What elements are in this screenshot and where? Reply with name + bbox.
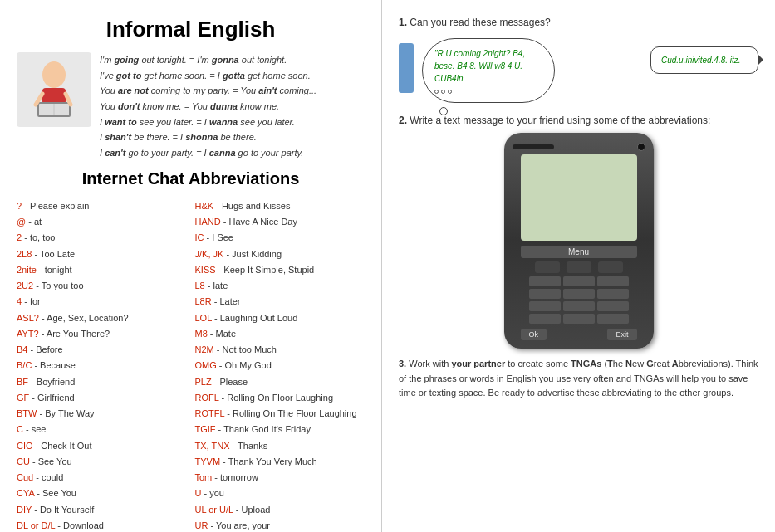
- abbr-item: ROFL - Rolling On Floor Laughing: [195, 390, 365, 406]
- phone-key-hash[interactable]: [597, 314, 629, 324]
- q2-text: Write a text message to your friend usin…: [410, 115, 710, 126]
- abbr-item: AYT? - Are You There?: [17, 326, 187, 342]
- phone-ok-button[interactable]: Ok: [521, 329, 547, 340]
- abbr-item: B/C - Because: [17, 358, 187, 373]
- abbr-item: Cud - could: [17, 470, 187, 486]
- abbr-item: B4 - Before: [17, 342, 187, 358]
- abbr-item: LOL - Laughing Out Loud: [195, 310, 365, 326]
- abbr-item: C - see: [17, 422, 187, 437]
- phone-nav-right[interactable]: [598, 261, 623, 273]
- svg-point-0: [42, 61, 66, 88]
- abbr-item: 2U2 - To you too: [17, 278, 187, 294]
- right-panel: 1. Can you read these messages? "R U com…: [382, 0, 775, 532]
- phone-key-7[interactable]: [529, 301, 561, 311]
- abbr-item: 4 - for: [17, 294, 187, 310]
- left-panel: Informal English I'm going out tonight. …: [0, 0, 382, 532]
- abbr-item: N2M - Not too Much: [195, 342, 365, 358]
- abbr-item: BF - Boyfriend: [17, 374, 187, 390]
- abbr-item: TGIF - Thank God It's Friday: [195, 422, 365, 437]
- q2-num: 2.: [399, 115, 410, 126]
- phone-nav-left[interactable]: [535, 261, 560, 273]
- phone-camera: [637, 143, 645, 151]
- phone-key-9[interactable]: [597, 301, 629, 311]
- question-1: 1. Can you read these messages?: [399, 17, 758, 28]
- speech-bubble: Cud.u.inivited.4.8. itz.: [650, 46, 758, 74]
- thought-bubble: "R U coming 2night? B4, bese. B4.8. Will…: [422, 38, 555, 103]
- phone-key-5[interactable]: [563, 289, 595, 299]
- abbr-item: 2 - to, too: [17, 230, 187, 246]
- phone-key-2[interactable]: [563, 276, 595, 286]
- phone-speaker: [513, 144, 554, 149]
- speech-area: "R U coming 2night? B4, bese. B4.8. Will…: [399, 35, 758, 103]
- q1-num: 1.: [399, 17, 410, 28]
- thought-dots: [434, 90, 542, 94]
- phone-key-star[interactable]: [529, 314, 561, 324]
- abbr-item: ? - Please explain: [17, 198, 187, 214]
- phone-exit-button[interactable]: Exit: [607, 329, 636, 340]
- phone-key-3[interactable]: [597, 276, 629, 286]
- phone-keypad: [529, 276, 629, 324]
- abbr-item: OMG - Oh My God: [195, 358, 365, 373]
- phone-key-1[interactable]: [529, 276, 561, 286]
- abbreviations-columns: ? - Please explain@ - at2 - to, too2L8 -…: [17, 198, 365, 532]
- phone-key-0[interactable]: [563, 314, 595, 324]
- abbr-item: CU - See You: [17, 454, 187, 470]
- phone-screen: [521, 154, 637, 241]
- abbr-item: IC - I See: [195, 230, 365, 246]
- abbr-item: TX, TNX - Thanks: [195, 438, 365, 454]
- abbr-item: M8 - Mate: [195, 326, 365, 342]
- phone-key-6[interactable]: [597, 289, 629, 299]
- main-title: Informal English: [17, 17, 365, 42]
- abbr-item: Tom - tomorrow: [195, 470, 365, 486]
- phone-nav-buttons: [535, 261, 623, 273]
- phone-blue-indicator: [399, 43, 414, 93]
- phone-top-bar: [513, 143, 645, 151]
- abbr-item: @ - at: [17, 214, 187, 230]
- q1-text: Can you read these messages?: [410, 17, 550, 28]
- abbr-item: PLZ - Please: [195, 374, 365, 390]
- abbr-item: J/K, JK - Just Kidding: [195, 246, 365, 262]
- informal-section: I'm going out tonight. = I'm gonna out t…: [17, 52, 365, 161]
- phone-bottom-bar: Ok Exit: [521, 329, 637, 340]
- speech-text: Cud.u.inivited.4.8. itz.: [661, 56, 741, 65]
- abbr-item: L8R - Later: [195, 294, 365, 310]
- abbr-item: TYVM - Thank You Very Much: [195, 454, 365, 470]
- informal-sentences: I'm going out tonight. = I'm gonna out t…: [100, 52, 316, 161]
- phone-key-8[interactable]: [563, 301, 595, 311]
- q3-text: Work with your partner to create some TN…: [399, 359, 758, 398]
- abbr-item: U - you: [195, 486, 365, 501]
- abbr-item: CYA - See You: [17, 486, 187, 501]
- question-3: 3. Work with your partner to create some…: [399, 357, 758, 401]
- thought-text: "R U coming 2night? B4, bese. B4.8. Will…: [434, 49, 525, 83]
- phone: Menu Ok: [504, 133, 654, 349]
- abbr-item: L8 - late: [195, 278, 365, 294]
- abbr-col-right: H&K - Hugs and KissesHAND - Have A Nice …: [195, 198, 365, 532]
- person-image: [17, 52, 91, 127]
- abbr-item: CIO - Check It Out: [17, 438, 187, 454]
- abbr-item: HAND - Have A Nice Day: [195, 214, 365, 230]
- abbr-item: DIY - Do It Yourself: [17, 502, 187, 518]
- abbr-item: ASL? - Age, Sex, Location?: [17, 310, 187, 326]
- abbr-item: BTW - By The Way: [17, 406, 187, 422]
- phone-menu-label: Menu: [568, 247, 589, 256]
- phone-key-4[interactable]: [529, 289, 561, 299]
- abbr-item: ROTFL - Rolling On The Floor Laughing: [195, 406, 365, 422]
- phone-container: Menu Ok: [399, 133, 758, 349]
- abbr-item: UR - You are, your: [195, 518, 365, 532]
- abbr-item: GF - Girlfriend: [17, 390, 187, 406]
- q3-num: 3.: [399, 359, 406, 368]
- abbr-item: KISS - Keep It Simple, Stupid: [195, 262, 365, 278]
- abbr-item: DL or D/L - Download: [17, 518, 187, 532]
- abbr-item: 2L8 - Too Late: [17, 246, 187, 262]
- question-2: 2. Write a text message to your friend u…: [399, 115, 758, 126]
- phone-nav-center[interactable]: [567, 261, 591, 273]
- phone-menu-bar: Menu: [521, 246, 637, 258]
- abbreviations-title: Internet Chat Abbreviations: [17, 169, 365, 188]
- abbr-item: H&K - Hugs and Kisses: [195, 198, 365, 214]
- abbr-item: 2nite - tonight: [17, 262, 187, 278]
- abbr-item: UL or U/L - Upload: [195, 502, 365, 518]
- abbr-col-left: ? - Please explain@ - at2 - to, too2L8 -…: [17, 198, 187, 532]
